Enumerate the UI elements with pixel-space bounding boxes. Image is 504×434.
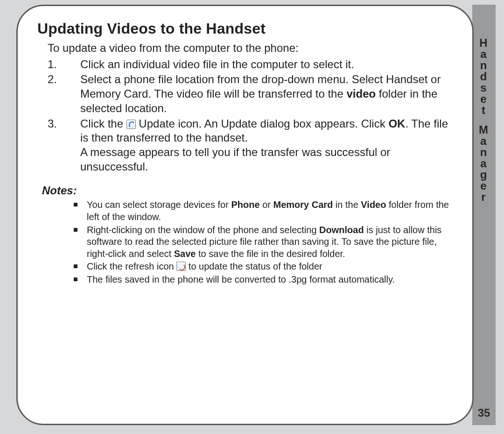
step-2-bold-video: video xyxy=(346,87,376,100)
note-1-a: You can select storage devices for xyxy=(87,199,231,210)
side-tab: HandsetManager 35 xyxy=(472,5,496,425)
note-2-d: Save xyxy=(174,249,196,259)
step-3-text-a: Click the xyxy=(80,117,126,130)
note-1-c: or xyxy=(260,199,273,210)
note-3: Click the refresh icon to update the sta… xyxy=(74,261,453,273)
note-1-e: in the xyxy=(333,199,361,210)
page-number: 35 xyxy=(474,406,494,420)
step-3-text-b: Update icon. An Update dialog box appear… xyxy=(136,117,389,130)
notes-title: Notes: xyxy=(42,184,453,197)
note-4: The files saved in the phone will be con… xyxy=(74,274,453,286)
step-3-number: 3. xyxy=(48,117,76,131)
note-3-b: to update the status of the folder xyxy=(186,261,322,271)
steps-list: 1. Click an individual video file in the… xyxy=(48,57,453,174)
note-2-a: Right-clicking on the window of the phon… xyxy=(87,225,319,235)
step-1-text: Click an individual video file in the co… xyxy=(80,58,354,71)
step-3-bold-ok: OK xyxy=(388,117,405,130)
step-2-number: 2. xyxy=(48,72,76,87)
note-1-d: Memory Card xyxy=(273,199,333,210)
update-icon xyxy=(126,120,136,129)
step-3-text-e: A message appears to tell you if the tra… xyxy=(80,146,390,173)
note-2-e: to save the file in the desired folder. xyxy=(196,249,345,259)
note-3-a: Click the refresh icon xyxy=(87,261,176,271)
step-3: 3. Click the Update icon. An Update dial… xyxy=(48,117,453,174)
note-2-b: Download xyxy=(319,225,364,235)
step-1: 1. Click an individual video file in the… xyxy=(48,57,453,72)
note-1: You can select storage devices for Phone… xyxy=(74,199,453,223)
intro-text: To update a video from the computer to t… xyxy=(48,41,453,56)
page-title: Updating Videos to the Handset xyxy=(37,20,453,37)
note-1-f: Video xyxy=(361,199,386,210)
page-frame: Updating Videos to the Handset To update… xyxy=(16,5,474,425)
step-1-number: 1. xyxy=(48,57,76,72)
note-2: Right-clicking on the window of the phon… xyxy=(74,224,453,260)
notes-list: You can select storage devices for Phone… xyxy=(74,199,453,285)
note-4-a: The files saved in the phone will be con… xyxy=(87,274,395,285)
step-2: 2. Select a phone file location from the… xyxy=(48,72,453,115)
side-tab-label: HandsetManager xyxy=(472,37,496,203)
refresh-icon xyxy=(176,262,186,271)
note-1-b: Phone xyxy=(231,199,259,210)
